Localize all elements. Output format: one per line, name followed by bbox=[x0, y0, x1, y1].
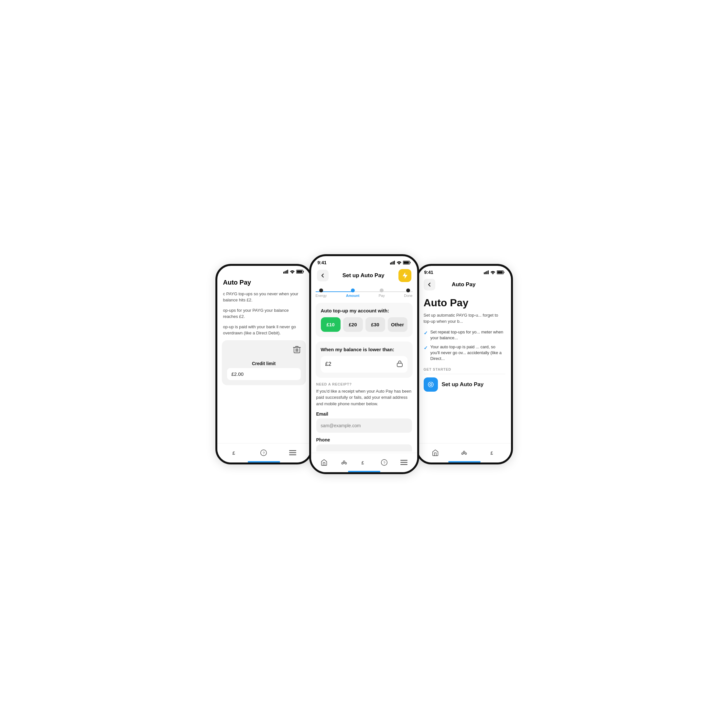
lock-icon bbox=[396, 360, 403, 369]
back-button-center[interactable] bbox=[317, 270, 329, 281]
phone-center: 9:41 Set up Auto Pay Energy bbox=[309, 254, 419, 474]
svg-rect-14 bbox=[289, 454, 296, 455]
svg-rect-13 bbox=[289, 453, 296, 453]
step-pay: Pay bbox=[379, 289, 385, 298]
left-page-title: Auto Pay bbox=[217, 279, 310, 286]
step-dot-amount bbox=[351, 289, 355, 292]
status-bar-right: 9:41 bbox=[418, 266, 511, 276]
nav-home-right[interactable] bbox=[432, 449, 439, 456]
svg-text:£: £ bbox=[491, 451, 493, 456]
back-button-right[interactable] bbox=[424, 279, 435, 291]
check-text-1: Set repeat top-ups for yo... meter when … bbox=[430, 329, 505, 341]
check-icon-1: ✓ bbox=[424, 330, 428, 336]
scene: Auto Pay c PAYG top-ups so you never whe… bbox=[186, 254, 542, 474]
svg-rect-2 bbox=[286, 271, 287, 274]
credit-limit-value: £2.00 bbox=[227, 368, 301, 380]
svg-text:?: ? bbox=[383, 461, 385, 465]
svg-rect-3 bbox=[287, 270, 288, 274]
check-text-2: Your auto top-up is paid ... card, so yo… bbox=[430, 344, 505, 362]
top-nav-center: Set up Auto Pay bbox=[311, 266, 417, 286]
svg-rect-31 bbox=[401, 462, 407, 463]
svg-point-19 bbox=[398, 264, 399, 265]
bottom-nav-center: £ ? bbox=[311, 453, 417, 472]
nav-home[interactable] bbox=[321, 459, 327, 466]
svg-rect-22 bbox=[410, 262, 410, 263]
amount-30[interactable]: £30 bbox=[366, 317, 385, 332]
step-dot-pay bbox=[380, 289, 384, 292]
get-started-label: GET STARTED bbox=[418, 367, 511, 371]
email-input[interactable] bbox=[316, 419, 412, 433]
bottom-nav-left: £ ? bbox=[217, 443, 310, 462]
svg-rect-34 bbox=[485, 272, 486, 274]
time-center: 9:41 bbox=[318, 260, 327, 265]
amount-other[interactable]: Other bbox=[388, 317, 407, 332]
topup-card-title: Auto top-up my account with: bbox=[321, 308, 407, 314]
setup-autopay-button[interactable]: Set up Auto Pay bbox=[418, 378, 511, 392]
lightning-button[interactable] bbox=[398, 269, 411, 282]
nav-indicator-right bbox=[448, 461, 480, 462]
step-energy: Energy bbox=[316, 289, 327, 298]
time-right: 9:41 bbox=[424, 270, 433, 275]
svg-rect-16 bbox=[392, 262, 392, 265]
status-icons-right bbox=[484, 271, 505, 274]
svg-rect-6 bbox=[297, 271, 302, 273]
step-dot-done bbox=[406, 289, 410, 292]
right-content: Auto Pay Set up automatic PAYG top-u... … bbox=[418, 294, 511, 392]
svg-rect-18 bbox=[394, 261, 395, 265]
stepper: Energy Amount Pay Done bbox=[311, 286, 417, 303]
step-label-pay: Pay bbox=[379, 294, 385, 298]
right-desc: Set up automatic PAYG top-u... forget to… bbox=[418, 312, 511, 325]
top-up-card: Auto top-up my account with: £10 £20 £30… bbox=[316, 303, 413, 337]
email-label: Email bbox=[316, 411, 412, 416]
svg-text:?: ? bbox=[263, 451, 265, 455]
nav-account[interactable]: £ bbox=[361, 459, 368, 466]
balance-card-title: When my balance is lower than: bbox=[321, 347, 407, 352]
nav-account-right[interactable]: £ bbox=[489, 449, 497, 456]
svg-point-26 bbox=[343, 461, 345, 462]
nav-usage-right[interactable] bbox=[460, 449, 468, 456]
center-header-title: Set up Auto Pay bbox=[343, 272, 385, 279]
left-desc-1: c PAYG top-ups so you never when your ba… bbox=[217, 291, 310, 303]
left-desc-2: op-ups for your PAYG your balance reache… bbox=[217, 307, 310, 320]
svg-rect-1 bbox=[284, 271, 286, 274]
svg-rect-30 bbox=[401, 460, 407, 461]
svg-rect-15 bbox=[390, 263, 391, 265]
nav-usage[interactable] bbox=[340, 459, 348, 466]
left-content: Auto Pay c PAYG top-ups so you never whe… bbox=[217, 275, 310, 385]
svg-rect-21 bbox=[403, 261, 409, 264]
check-item-1: ✓ Set repeat top-ups for yo... meter whe… bbox=[424, 329, 505, 341]
status-bar-center: 9:41 bbox=[311, 256, 417, 266]
amount-20[interactable]: £20 bbox=[343, 317, 363, 332]
svg-text:£: £ bbox=[232, 451, 235, 456]
svg-point-43 bbox=[463, 451, 465, 453]
center-scroll[interactable]: Auto top-up my account with: £10 £20 £30… bbox=[311, 303, 417, 451]
nav-item-balance[interactable]: £ bbox=[231, 449, 239, 456]
right-header-title: Auto Pay bbox=[452, 281, 476, 288]
svg-rect-36 bbox=[488, 271, 489, 274]
step-label-energy: Energy bbox=[316, 294, 327, 298]
balance-row: £2 bbox=[321, 356, 407, 373]
divider-right bbox=[424, 374, 505, 374]
phone-label: Phone bbox=[316, 437, 412, 442]
nav-help-center[interactable]: ? bbox=[381, 459, 388, 466]
phone-right: 9:41 Auto Pay Auto Pay Set up automatic … bbox=[416, 264, 513, 464]
step-amount: Amount bbox=[346, 289, 359, 298]
setup-autopay-text: Set up Auto Pay bbox=[442, 381, 484, 388]
balance-value: £2 bbox=[325, 361, 332, 367]
amount-grid: £10 £20 £30 Other bbox=[321, 317, 407, 332]
nav-item-help[interactable]: ? bbox=[260, 449, 267, 456]
nav-item-menu[interactable] bbox=[289, 450, 296, 455]
check-item-2: ✓ Your auto top-up is paid ... card, so … bbox=[424, 344, 505, 362]
nav-menu-center[interactable] bbox=[401, 460, 407, 465]
svg-rect-35 bbox=[486, 271, 487, 274]
svg-point-37 bbox=[492, 273, 493, 274]
top-nav-right: Auto Pay bbox=[418, 276, 511, 294]
svg-rect-17 bbox=[393, 261, 394, 265]
phone-input[interactable] bbox=[316, 444, 412, 451]
trash-icon[interactable] bbox=[293, 346, 301, 356]
svg-rect-32 bbox=[401, 464, 407, 465]
bottom-nav-right: £ bbox=[418, 443, 511, 462]
left-desc-3: op-up is paid with your bank ll never go… bbox=[217, 324, 310, 336]
svg-rect-39 bbox=[497, 271, 503, 273]
amount-10[interactable]: £10 bbox=[321, 317, 341, 332]
